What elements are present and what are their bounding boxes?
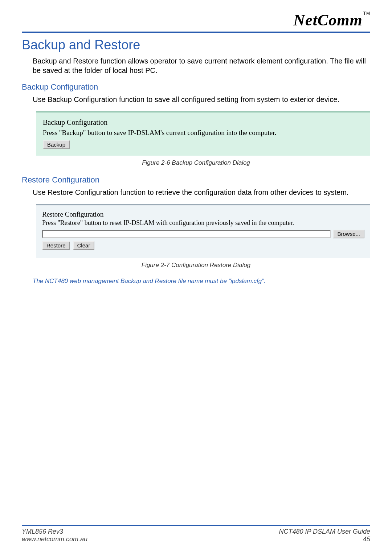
- backup-figure-caption: Figure 2-6 Backup Configuration Dialog: [22, 159, 370, 167]
- restore-figure-caption: Figure 2-7 Configuration Restore Dialog: [22, 262, 370, 269]
- doc-revision: YML856 Rev3: [22, 528, 63, 535]
- backup-heading: Backup Configuration: [22, 82, 370, 92]
- page-footer: YML856 Rev3 www.netcomm.com.au NCT480 IP…: [22, 525, 370, 543]
- page-title: Backup and Restore: [22, 37, 370, 53]
- restore-dialog-title: Restore Configuration: [42, 210, 364, 218]
- logo-text: NetComm: [293, 11, 362, 29]
- filename-note: The NCT480 web management Backup and Res…: [33, 278, 370, 285]
- brand-logo: NetCommTM: [22, 11, 370, 29]
- backup-dialog: Backup Configuration Press "Backup" butt…: [36, 111, 370, 156]
- doc-title: NCT480 IP DSLAM User Guide: [279, 528, 370, 535]
- trademark-symbol: TM: [363, 11, 370, 16]
- restore-description: Use Restore Configuration function to re…: [33, 188, 370, 197]
- page-number: 45: [363, 535, 370, 543]
- footer-left: YML856 Rev3 www.netcomm.com.au: [22, 528, 87, 543]
- footer-right: NCT480 IP DSLAM User Guide 45: [279, 528, 370, 543]
- backup-dialog-instruction: Press "Backup" button to save IP-DSLAM's…: [43, 129, 364, 137]
- footer-rule: [22, 525, 370, 526]
- restore-heading: Restore Configuration: [22, 175, 370, 185]
- restore-file-input[interactable]: [42, 230, 331, 238]
- backup-description: Use Backup Configuration function to sav…: [33, 95, 370, 104]
- browse-button[interactable]: Browse...: [333, 230, 364, 238]
- restore-dialog: Restore Configuration Press "Restore" bu…: [36, 204, 370, 258]
- restore-button[interactable]: Restore: [42, 241, 70, 250]
- doc-website: www.netcomm.com.au: [22, 535, 87, 543]
- clear-button[interactable]: Clear: [73, 241, 95, 250]
- backup-dialog-title: Backup Configuration: [43, 118, 364, 127]
- restore-dialog-instruction: Press "Restore" button to reset IP-DSLAM…: [42, 219, 364, 227]
- header-rule: [22, 32, 370, 33]
- backup-button[interactable]: Backup: [43, 140, 70, 149]
- intro-paragraph: Backup and Restore function allows opera…: [33, 56, 370, 75]
